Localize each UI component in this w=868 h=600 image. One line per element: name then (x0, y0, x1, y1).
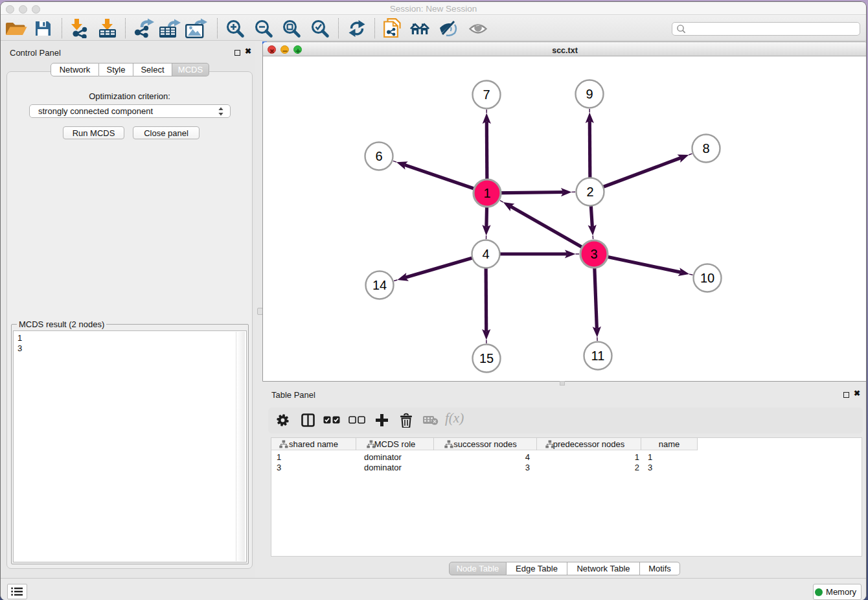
svg-text:3: 3 (590, 247, 597, 261)
svg-text:7: 7 (483, 87, 490, 102)
svg-text:4: 4 (482, 247, 489, 261)
svg-text:9: 9 (586, 87, 593, 101)
svg-text:1: 1 (483, 186, 490, 200)
svg-text:11: 11 (591, 349, 605, 363)
svg-text:2: 2 (586, 185, 593, 199)
svg-text:6: 6 (375, 149, 382, 163)
svg-text:15: 15 (479, 351, 494, 365)
svg-text:10: 10 (700, 271, 714, 285)
svg-text:14: 14 (372, 278, 387, 292)
svg-text:8: 8 (702, 141, 709, 156)
